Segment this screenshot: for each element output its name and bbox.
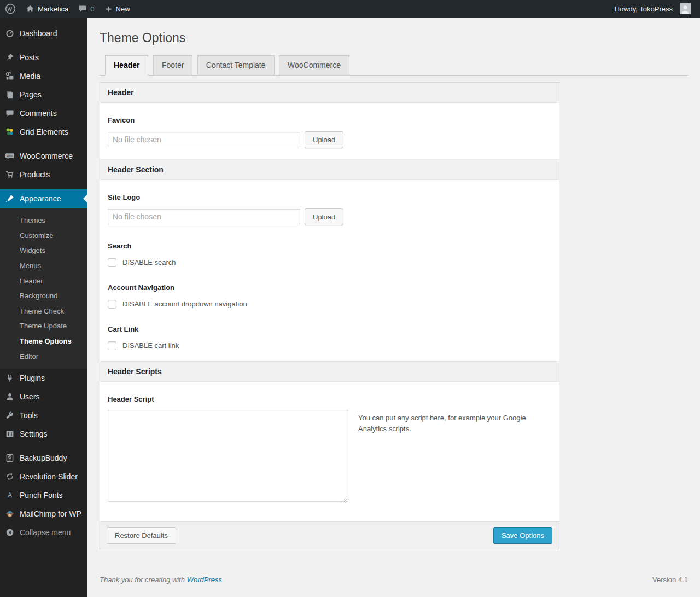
tab-header[interactable]: Header <box>105 55 148 76</box>
sidebar-item-media[interactable]: Media <box>0 67 88 85</box>
submenu-theme-options[interactable]: Theme Options <box>0 334 88 349</box>
section-title: Header Scripts <box>100 361 559 382</box>
submenu-themes[interactable]: Themes <box>0 213 88 228</box>
wordpress-logo-menu[interactable] <box>0 0 21 18</box>
save-options-button[interactable]: Save Options <box>493 527 552 544</box>
pages-icon <box>4 90 15 99</box>
comment-bubble-icon <box>78 4 87 13</box>
section-body: Header Script You can put any script her… <box>100 382 559 521</box>
comments-icon <box>4 109 15 118</box>
sidebar-item-label: Collapse menu <box>20 528 71 537</box>
sidebar-item-comments[interactable]: Comments <box>0 104 88 123</box>
sidebar-item-appearance[interactable]: Appearance <box>0 189 88 208</box>
submenu-menus[interactable]: Menus <box>0 258 88 274</box>
disable-search-label[interactable]: DISABLE search <box>122 258 176 266</box>
submenu-theme-update[interactable]: Theme Update <box>0 318 88 334</box>
section-title: Header <box>100 83 559 103</box>
sidebar-item-label: MailChimp for WP <box>20 509 81 518</box>
site-logo-file-row: Upload <box>108 208 551 225</box>
sidebar-item-label: Grid Elements <box>20 127 68 136</box>
media-icon <box>4 72 15 80</box>
submenu-background[interactable]: Background <box>0 288 88 304</box>
sidebar-item-posts[interactable]: Posts <box>0 48 88 67</box>
sidebar-item-label: Appearance <box>20 194 61 203</box>
dashboard-icon <box>4 29 15 38</box>
tab-woocommerce[interactable]: WooCommerce <box>279 55 349 76</box>
section-header-section: Header Section Site Logo Upload Search D… <box>100 159 559 361</box>
sidebar-item-plugins[interactable]: Plugins <box>0 369 88 387</box>
favicon-file-input[interactable] <box>108 132 300 147</box>
plug-icon <box>4 374 15 382</box>
howdy-text: Howdy, TokoPress <box>615 5 673 13</box>
avatar <box>680 3 691 14</box>
page-title: Theme Options <box>100 30 688 47</box>
sidebar-item-revolution-slider[interactable]: Revolution Slider <box>0 467 88 486</box>
section-title: Header Section <box>100 159 559 180</box>
site-logo-file-input[interactable] <box>108 209 300 224</box>
sidebar-item-label: Pages <box>20 90 42 99</box>
site-logo-upload-button[interactable]: Upload <box>305 208 343 225</box>
user-icon <box>4 392 15 401</box>
page-footer: Thank you for creating with WordPress. V… <box>100 576 688 584</box>
pushpin-icon <box>4 53 15 62</box>
wordpress-link[interactable]: WordPress <box>187 576 222 584</box>
panel-footer: Restore Defaults Save Options <box>100 521 559 549</box>
sidebar-item-label: Media <box>20 72 40 80</box>
collapse-menu-button[interactable]: Collapse menu <box>0 523 88 542</box>
tab-footer[interactable]: Footer <box>153 55 192 76</box>
submenu-widgets[interactable]: Widgets <box>0 243 88 258</box>
sidebar-item-tools[interactable]: Tools <box>0 406 88 425</box>
new-content-menu[interactable]: New <box>100 0 135 18</box>
footer-version: Version 4.1 <box>652 576 688 584</box>
wrench-icon <box>4 411 15 420</box>
sidebar-item-woocommerce[interactable]: Woo WooCommerce <box>0 147 88 165</box>
sidebar-item-punch-fonts[interactable]: A Punch Fonts <box>0 486 88 505</box>
wordpress-logo-icon <box>5 3 16 14</box>
main-content: Theme Options Header Footer Contact Temp… <box>88 18 700 597</box>
sidebar-item-users[interactable]: Users <box>0 387 88 406</box>
disable-account-row: DISABLE account dropdown navigation <box>108 300 551 309</box>
favicon-upload-button[interactable]: Upload <box>305 131 343 148</box>
sidebar-item-label: Users <box>20 392 40 401</box>
my-account-menu[interactable]: Howdy, TokoPress <box>610 0 696 18</box>
letter-a-icon: A <box>4 491 15 500</box>
restore-defaults-button[interactable]: Restore Defaults <box>107 527 176 544</box>
section-header: Header Favicon Upload <box>100 83 559 159</box>
sidebar-item-label: Plugins <box>20 374 45 382</box>
header-script-textarea[interactable] <box>108 410 348 502</box>
disable-cart-checkbox[interactable] <box>108 341 116 350</box>
tab-contact-template[interactable]: Contact Template <box>197 55 275 76</box>
sidebar-item-pages[interactable]: Pages <box>0 85 88 104</box>
sidebar-item-grid-elements[interactable]: Grid Elements <box>0 123 88 141</box>
sidebar-item-products[interactable]: Products <box>0 165 88 184</box>
submenu-theme-check[interactable]: Theme Check <box>0 304 88 319</box>
cart-link-label: Cart Link <box>108 325 551 333</box>
sidebar-item-label: BackupBuddy <box>20 454 67 462</box>
site-menu[interactable]: Marketica <box>21 0 73 18</box>
sidebar-item-settings[interactable]: Settings <box>0 425 88 443</box>
sidebar-item-dashboard[interactable]: Dashboard <box>0 24 88 43</box>
submenu-customize[interactable]: Customize <box>0 228 88 244</box>
sidebar-item-label: Tools <box>20 411 38 420</box>
submenu-header[interactable]: Header <box>0 274 88 289</box>
thanks-suffix: . <box>222 576 224 584</box>
home-icon <box>26 4 34 13</box>
disable-account-label[interactable]: DISABLE account dropdown navigation <box>122 300 247 308</box>
collapse-arrow-icon <box>4 528 15 537</box>
woocommerce-badge-icon: Woo <box>4 152 15 160</box>
appearance-submenu: Themes Customize Widgets Menus Header Ba… <box>0 208 88 369</box>
sidebar-item-label: Settings <box>20 430 48 438</box>
disable-account-checkbox[interactable] <box>108 300 116 309</box>
header-script-textarea-wrap <box>108 410 348 504</box>
submenu-editor[interactable]: Editor <box>0 349 88 364</box>
sidebar-item-backupbuddy[interactable]: BackupBuddy <box>0 449 88 467</box>
section-body: Favicon Upload <box>100 103 559 159</box>
disable-search-checkbox[interactable] <box>108 258 116 267</box>
disable-cart-label[interactable]: DISABLE cart link <box>122 341 179 350</box>
sidebar-item-mailchimp[interactable]: MailChimp for WP <box>0 505 88 523</box>
sidebar-item-label: Products <box>20 170 50 179</box>
comments-count: 0 <box>90 5 94 13</box>
mailchimp-monkey-icon <box>4 509 15 518</box>
comments-menu[interactable]: 0 <box>73 0 99 18</box>
site-name: Marketica <box>38 5 68 13</box>
